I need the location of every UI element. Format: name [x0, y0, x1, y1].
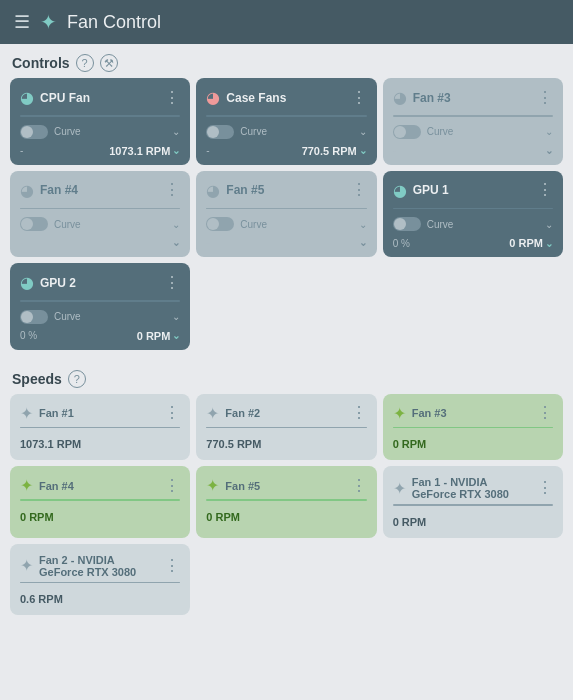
- fan-rpm: 0 RPM ⌄: [509, 237, 553, 249]
- curve-dropdown-icon[interactable]: ⌄: [172, 311, 180, 322]
- speed-name: Fan #4: [39, 480, 158, 492]
- fan-rpm: 0 RPM ⌄: [137, 330, 181, 342]
- fan-name: Fan #4: [40, 183, 158, 197]
- fan-icon: ✦: [40, 10, 57, 34]
- fan-card-header: ◕ CPU Fan ⋮: [20, 88, 180, 107]
- fan-card-header: ◕ GPU 2 ⋮: [20, 273, 180, 292]
- speed-card-fan4: ✦ Fan #4 ⋮ 0 RPM: [10, 466, 190, 538]
- speed-card-header: ✦ Fan #3 ⋮: [393, 404, 553, 423]
- speed-name: Fan #2: [225, 407, 344, 419]
- controls-title: Controls: [12, 55, 70, 71]
- card-footer: - 1073.1 RPM ⌄: [20, 145, 180, 157]
- fan-card-header: ◕ Case Fans ⋮: [206, 88, 366, 107]
- speed-name: Fan #5: [225, 480, 344, 492]
- curve-dropdown-icon[interactable]: ⌄: [359, 219, 367, 230]
- rpm-chevron-icon: ⌄: [545, 238, 553, 249]
- speed-card-menu-icon[interactable]: ⋮: [164, 405, 180, 421]
- menu-icon[interactable]: ☰: [14, 11, 30, 33]
- fan-percent: -: [393, 145, 396, 156]
- card-menu-icon[interactable]: ⋮: [351, 90, 367, 106]
- card-footer: - ⌄: [206, 237, 366, 248]
- speed-divider: [20, 499, 180, 501]
- speed-name: Fan 2 - NVIDIA GeForce RTX 3080: [39, 554, 158, 578]
- speed-card-fan1-nvidia: ✦ Fan 1 - NVIDIA GeForce RTX 3080 ⋮ 0 RP…: [383, 466, 563, 538]
- speed-name: Fan #1: [39, 407, 158, 419]
- fan-toggle[interactable]: [20, 217, 48, 231]
- fan-toggle[interactable]: [393, 217, 421, 231]
- fan-toggle[interactable]: [20, 310, 48, 324]
- speed-rpm: 0.6 RPM: [20, 593, 63, 605]
- fan-name: Fan #5: [226, 183, 344, 197]
- speed-card-menu-icon[interactable]: ⋮: [164, 558, 180, 574]
- curve-dropdown-icon[interactable]: ⌄: [359, 126, 367, 137]
- speed-divider: [20, 427, 180, 429]
- fan-card-gpu2: ◕ GPU 2 ⋮ Curve ⌄ 0 % 0 RPM ⌄: [10, 263, 190, 350]
- speed-card-fan1: ✦ Fan #1 ⋮ 1073.1 RPM: [10, 394, 190, 461]
- speed-card-header: ✦ Fan #4 ⋮: [20, 476, 180, 495]
- app-title: Fan Control: [67, 12, 161, 33]
- rpm-chevron-icon: ⌄: [359, 145, 367, 156]
- speed-card-header: ✦ Fan #1 ⋮: [20, 404, 180, 423]
- curve-label: Curve: [427, 219, 454, 230]
- fan-percent: -: [20, 145, 23, 156]
- fan-speed-icon: ✦: [20, 404, 33, 423]
- speed-card-menu-icon[interactable]: ⋮: [351, 478, 367, 494]
- speed-card-menu-icon[interactable]: ⋮: [351, 405, 367, 421]
- fan-card-header: ◕ Fan #5 ⋮: [206, 181, 366, 200]
- speed-card-fan2-nvidia: ✦ Fan 2 - NVIDIA GeForce RTX 3080 ⋮ 0.6 …: [10, 544, 190, 616]
- speed-rpm: 0 RPM: [393, 516, 427, 528]
- card-footer: 0 % 0 RPM ⌄: [20, 330, 180, 342]
- card-toggle-row: Curve ⌄: [393, 217, 553, 231]
- speed-divider: [206, 499, 366, 501]
- speed-divider: [393, 427, 553, 429]
- speed-divider: [20, 582, 180, 584]
- card-menu-icon[interactable]: ⋮: [164, 275, 180, 291]
- card-menu-icon[interactable]: ⋮: [351, 182, 367, 198]
- curve-dropdown-icon[interactable]: ⌄: [545, 219, 553, 230]
- curve-label: Curve: [240, 126, 267, 137]
- fan-toggle[interactable]: [20, 125, 48, 139]
- card-divider: [206, 115, 366, 117]
- controls-grid: ◕ CPU Fan ⋮ Curve ⌄ - 1073.1 RPM ⌄ ◕ Cas…: [0, 78, 573, 360]
- fan-percent: 0 %: [20, 330, 37, 341]
- speed-name: Fan #3: [412, 407, 531, 419]
- speed-card-header: ✦ Fan #5 ⋮: [206, 476, 366, 495]
- speed-name: Fan 1 - NVIDIA GeForce RTX 3080: [412, 476, 531, 500]
- speed-card-menu-icon[interactable]: ⋮: [537, 405, 553, 421]
- rpm-chevron-icon: ⌄: [172, 237, 180, 248]
- speeds-help-icon[interactable]: ?: [68, 370, 86, 388]
- fan-name: GPU 1: [413, 183, 531, 197]
- rpm-chevron-icon: ⌄: [545, 145, 553, 156]
- card-menu-icon[interactable]: ⋮: [164, 182, 180, 198]
- controls-help-icon[interactable]: ?: [76, 54, 94, 72]
- speeds-section-header: Speeds ?: [0, 360, 573, 394]
- controls-wrench-icon[interactable]: ⚒: [100, 54, 118, 72]
- fan-toggle[interactable]: [206, 125, 234, 139]
- speed-rpm: 770.5 RPM: [206, 438, 261, 450]
- fan-card-header: ◕ Fan #3 ⋮: [393, 88, 553, 107]
- speed-divider: [393, 504, 553, 506]
- curve-dropdown-icon[interactable]: ⌄: [172, 219, 180, 230]
- rpm-chevron-icon: ⌄: [172, 330, 180, 341]
- curve-label: Curve: [240, 219, 267, 230]
- rpm-chevron-icon: ⌄: [359, 237, 367, 248]
- card-toggle-row: Curve ⌄: [206, 217, 366, 231]
- fan-speed-icon: ✦: [393, 479, 406, 498]
- fan-toggle[interactable]: [393, 125, 421, 139]
- controls-section-header: Controls ? ⚒: [0, 44, 573, 78]
- card-footer: - ⌄: [393, 145, 553, 156]
- speed-card-menu-icon[interactable]: ⋮: [164, 478, 180, 494]
- curve-dropdown-icon[interactable]: ⌄: [172, 126, 180, 137]
- curve-dropdown-icon[interactable]: ⌄: [545, 126, 553, 137]
- card-menu-icon[interactable]: ⋮: [537, 90, 553, 106]
- speed-rpm: 0 RPM: [206, 511, 240, 523]
- fan-rpm: ⌄: [543, 145, 553, 156]
- fan-percent: -: [206, 145, 209, 156]
- fan-toggle[interactable]: [206, 217, 234, 231]
- card-menu-icon[interactable]: ⋮: [537, 182, 553, 198]
- card-menu-icon[interactable]: ⋮: [164, 90, 180, 106]
- speedometer-icon: ◕: [393, 181, 407, 200]
- card-toggle-row: Curve ⌄: [20, 125, 180, 139]
- card-toggle-row: Curve ⌄: [206, 125, 366, 139]
- speed-card-menu-icon[interactable]: ⋮: [537, 480, 553, 496]
